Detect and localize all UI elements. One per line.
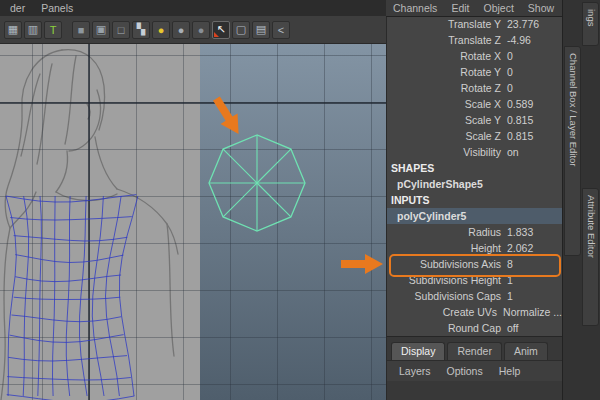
select-tool-icon[interactable]: ↖ — [212, 21, 230, 39]
channel-label-scale-x: Scale X — [387, 98, 507, 110]
channel-value-rotate-y[interactable]: 0 — [507, 66, 562, 78]
channel-label-rotate-y: Rotate Y — [387, 66, 507, 78]
channel-value-rotate-x[interactable]: 0 — [507, 50, 562, 62]
menu-der[interactable]: der — [2, 2, 33, 14]
cube-outline-icon[interactable]: ▢ — [232, 21, 250, 39]
channel-row-rotate-x[interactable]: Rotate X0 — [387, 48, 562, 64]
channel-row-shapes[interactable]: SHAPES — [387, 160, 562, 176]
channel-row-subdivisions-axis[interactable]: Subdivisions Axis8 — [387, 256, 562, 272]
channel-row-round-cap[interactable]: Round Capoff — [387, 320, 562, 336]
tab-display[interactable]: Display — [391, 342, 445, 360]
channel-label-translate-y: Translate Y — [387, 18, 507, 30]
channel-row-translate-z[interactable]: Translate Z-4.96 — [387, 32, 562, 48]
channel-value-round-cap[interactable]: off — [507, 322, 562, 334]
sphere-dim-icon[interactable]: ● — [192, 21, 210, 39]
channel-value-scale-z[interactable]: 0.815 — [507, 130, 562, 142]
sphere-shaded-icon-glyph: ● — [178, 24, 185, 36]
channel-row-scale-z[interactable]: Scale Z0.815 — [387, 128, 562, 144]
channel-row-create-uvs[interactable]: Create UVsNormalize ... — [387, 304, 562, 320]
menu-show[interactable]: Show — [521, 2, 561, 14]
channel-row-polycylinder5[interactable]: polyCylinder5 — [387, 208, 562, 224]
cylinder-top-wireframe[interactable] — [196, 122, 318, 244]
cube-wireframe-icon[interactable]: □ — [112, 21, 130, 39]
channel-label-radius: Radius — [387, 226, 507, 238]
channel-value-scale-x[interactable]: 0.589 — [507, 98, 562, 110]
snap-curves-icon[interactable]: ▥ — [24, 21, 42, 39]
channel-label-round-cap: Round Cap — [387, 322, 507, 334]
channel-value-scale-y[interactable]: 0.815 — [507, 114, 562, 126]
channel-value-subdivisions-height[interactable]: 1 — [507, 274, 562, 286]
menu-layers[interactable]: Layers — [391, 364, 439, 378]
tab-attribute-editor[interactable]: Attribute Editor — [582, 188, 599, 326]
channel-row-inputs[interactable]: INPUTS — [387, 192, 562, 208]
channel-label-subdivisions-caps: Subdivisions Caps — [387, 290, 507, 302]
channel-row-radius[interactable]: Radius1.833 — [387, 224, 562, 240]
cube-textured-icon-glyph: ▣ — [96, 23, 106, 36]
channel-row-visibility[interactable]: Visibilityon — [387, 144, 562, 160]
cube-shaded-icon[interactable]: ■ — [72, 21, 90, 39]
cube-shaded-icon-glyph: ■ — [78, 24, 85, 36]
menu-panels[interactable]: Panels — [33, 2, 81, 14]
channel-label-visibility: Visibility — [387, 146, 507, 158]
tab-settings-partial[interactable]: ings — [582, 2, 599, 46]
hypergraph-icon[interactable]: < — [272, 21, 290, 39]
menu-help[interactable]: Help — [491, 364, 529, 378]
channel-row-translate-y[interactable]: Translate Y23.776 — [387, 16, 562, 32]
channel-value-radius[interactable]: 1.833 — [507, 226, 562, 238]
channel-row-rotate-z[interactable]: Rotate Z0 — [387, 80, 562, 96]
light-icon[interactable]: ● — [152, 21, 170, 39]
channel-box-rows: Translate Y23.776Translate Z-4.96Rotate … — [387, 16, 562, 336]
text-tool-icon[interactable]: T — [44, 21, 62, 39]
channel-row-scale-y[interactable]: Scale Y0.815 — [387, 112, 562, 128]
layers-menu-bar: LayersOptionsHelp — [387, 360, 562, 381]
cube-textured-icon[interactable]: ▣ — [92, 21, 110, 39]
octagon-spoke — [257, 183, 291, 217]
channel-value-height[interactable]: 2.062 — [507, 242, 562, 254]
checker-icon[interactable]: ▚ — [132, 21, 150, 39]
channel-row-subdivisions-caps[interactable]: Subdivisions Caps1 — [387, 288, 562, 304]
octagon-spoke — [223, 149, 257, 183]
sphere-shaded-icon[interactable]: ● — [172, 21, 190, 39]
reference-sketch-plane — [0, 44, 200, 400]
panes-icon[interactable]: ▤ — [252, 21, 270, 39]
menu-channels[interactable]: Channels — [386, 2, 444, 14]
channel-value-subdivisions-axis[interactable]: 8 — [507, 258, 562, 270]
menu-options[interactable]: Options — [439, 364, 491, 378]
channel-value-translate-z[interactable]: -4.96 — [507, 34, 562, 46]
tab-anim[interactable]: Anim — [504, 342, 548, 360]
menu-edit[interactable]: Edit — [444, 2, 476, 14]
tab-render[interactable]: Render — [447, 342, 501, 360]
channel-value-create-uvs[interactable]: Normalize ... — [503, 306, 562, 318]
channel-row-pcylindershape5[interactable]: pCylinderShape5 — [387, 176, 562, 192]
channel-label-height: Height — [387, 242, 507, 254]
channel-label-scale-y: Scale Y — [387, 114, 507, 126]
channel-row-height[interactable]: Height2.062 — [387, 240, 562, 256]
octagon-spoke — [257, 149, 291, 183]
tab-channel-box-layer-editor[interactable]: Channel Box / Layer Editor — [564, 46, 581, 256]
channel-row-subdivisions-height[interactable]: Subdivisions Height1 — [387, 272, 562, 288]
viewport-menu: derPanels — [2, 0, 81, 16]
maya-window: derPanels ChannelsEditObjectShow ▦▥T■▣□▚… — [0, 0, 600, 400]
channel-label-subdivisions-height: Subdivisions Height — [387, 274, 507, 286]
panes-icon-glyph: ▤ — [256, 23, 266, 36]
cube-outline-icon-glyph: ▢ — [236, 23, 246, 36]
snap-grid-icon-glyph: ▦ — [8, 23, 18, 36]
display-layers-panel: DisplayRenderAnim LayersOptionsHelp — [386, 336, 562, 400]
hypergraph-icon-glyph: < — [278, 24, 284, 36]
channel-value-subdivisions-caps[interactable]: 1 — [507, 290, 562, 302]
channel-label-rotate-x: Rotate X — [387, 50, 507, 62]
sphere-dim-icon-glyph: ● — [198, 24, 205, 36]
channel-value-visibility[interactable]: on — [507, 146, 562, 158]
channel-row-scale-x[interactable]: Scale X0.589 — [387, 96, 562, 112]
status-line-toolbar: ▦▥T■▣□▚●●●↖▢▤< — [0, 16, 386, 44]
channel-value-rotate-z[interactable]: 0 — [507, 82, 562, 94]
display-panel-tabs: DisplayRenderAnim — [387, 337, 562, 360]
toolbar-separator — [63, 21, 71, 39]
snap-grid-icon[interactable]: ▦ — [4, 21, 22, 39]
cube-wireframe-icon-glyph: □ — [118, 24, 125, 36]
channel-header-shapes: SHAPES — [387, 162, 434, 174]
channel-row-rotate-y[interactable]: Rotate Y0 — [387, 64, 562, 80]
menu-object[interactable]: Object — [476, 2, 520, 14]
viewport[interactable] — [0, 44, 386, 400]
channel-value-translate-y[interactable]: 23.776 — [507, 18, 562, 30]
